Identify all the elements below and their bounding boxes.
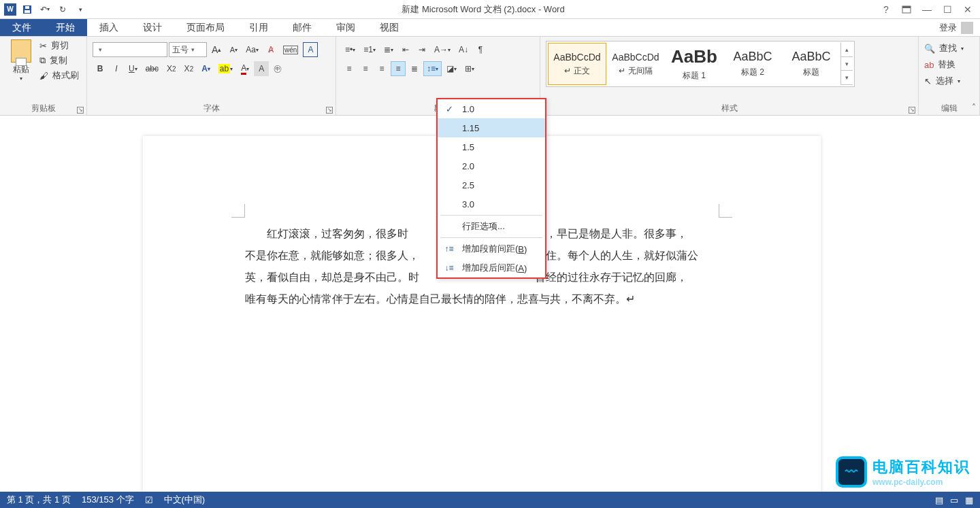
style-card[interactable]: AaBb标题 1 [665, 43, 723, 85]
redo-button[interactable]: ↻ [56, 3, 69, 16]
word-app-icon: W [4, 3, 16, 16]
tab-mailings[interactable]: 邮件 [280, 19, 324, 36]
line-spacing-option[interactable]: 2.0 [438, 156, 545, 175]
multilevel-list-button[interactable]: ≣▾ [380, 42, 397, 57]
highlight-button[interactable]: ab▾ [215, 61, 236, 76]
close-button[interactable]: ✕ [961, 3, 975, 16]
read-mode-view-button[interactable]: ▭ [950, 495, 958, 505]
sort-button[interactable]: A↓ [455, 42, 472, 57]
line-spacing-option[interactable]: 2.5 [438, 175, 545, 194]
change-case-button[interactable]: Aa▾ [242, 42, 262, 57]
collapse-ribbon-button[interactable]: ˄ [972, 103, 976, 112]
distributed-button[interactable]: ≣ [407, 61, 422, 76]
italic-button[interactable]: I [109, 61, 124, 76]
cut-button[interactable]: ✂剪切 [39, 39, 79, 52]
styles-down[interactable]: ▾ [841, 57, 853, 71]
phonetic-guide-button[interactable]: wén [280, 42, 301, 57]
status-bar: 第 1 页，共 1 页 153/153 个字 ☑ 中文(中国) ▤ ▭ ▦ [0, 492, 980, 508]
increase-indent-button[interactable]: ⇥ [414, 42, 429, 57]
clear-formatting-button[interactable]: A̷ [263, 42, 278, 57]
align-left-button[interactable]: ≡ [342, 61, 357, 76]
find-button[interactable]: 🔍查找▾ [924, 42, 964, 54]
font-color-button[interactable]: A▾ [238, 61, 252, 76]
proofing-icon[interactable]: ☑ [145, 495, 153, 505]
word-count[interactable]: 153/153 个字 [82, 494, 134, 506]
line-spacing-button[interactable]: ↕≡▾ [423, 61, 442, 76]
avatar-icon [961, 22, 973, 34]
tab-design[interactable]: 设计 [131, 19, 174, 36]
text-effects-button[interactable]: A▾ [198, 61, 214, 76]
style-card[interactable]: AaBbCcDd↵ 正文 [548, 43, 606, 85]
style-card[interactable]: AaBbC标题 [782, 43, 840, 85]
align-justify-button[interactable]: ≡ [391, 61, 406, 76]
ltr-button[interactable]: A→▾ [431, 42, 454, 57]
styles-launcher[interactable]: ↘ [909, 107, 915, 114]
subscript-button[interactable]: X2 [163, 61, 180, 76]
qat-customize-button[interactable]: ▾ [74, 3, 87, 16]
shading-button[interactable]: ◪▾ [443, 61, 460, 76]
select-button[interactable]: ↖选择▾ [924, 75, 964, 87]
add-space-after[interactable]: ↓≡增加段后间距(A) [438, 258, 545, 277]
style-card[interactable]: AaBbC标题 2 [723, 43, 782, 85]
copy-icon: ⧉ [39, 55, 46, 66]
sign-in[interactable]: 登录 [932, 19, 980, 36]
line-spacing-option[interactable]: 1.0 [438, 99, 545, 118]
clipboard-launcher[interactable]: ↘ [77, 107, 84, 114]
tab-review[interactable]: 审阅 [324, 19, 368, 36]
format-painter-button[interactable]: 🖌格式刷 [39, 69, 79, 82]
shrink-font-button[interactable]: A▾ [226, 42, 241, 57]
replace-button[interactable]: ab替换 [924, 58, 964, 71]
help-button[interactable]: ? [879, 3, 893, 16]
style-card[interactable]: AaBbCcDd↵ 无间隔 [606, 43, 665, 85]
tab-view[interactable]: 视图 [368, 19, 411, 36]
enclose-characters-button[interactable]: ㊥ [270, 61, 285, 76]
font-family-combo[interactable]: ▾ [93, 42, 167, 57]
bullets-button[interactable]: ≡•▾ [342, 42, 359, 57]
svg-rect-4 [902, 6, 911, 8]
minimize-button[interactable]: — [920, 3, 934, 16]
tab-layout[interactable]: 页面布局 [174, 19, 237, 36]
tab-home[interactable]: 开始 [44, 19, 87, 36]
show-marks-button[interactable]: ¶ [473, 42, 488, 57]
borders-button[interactable]: ⊞▾ [461, 61, 478, 76]
scissors-icon: ✂ [39, 41, 47, 51]
paste-button[interactable]: 粘贴 ▾ [5, 39, 37, 82]
align-center-button[interactable]: ≡ [358, 61, 373, 76]
save-button[interactable] [20, 3, 34, 16]
page-indicator[interactable]: 第 1 页，共 1 页 [7, 494, 71, 506]
character-shading-button[interactable]: A [254, 61, 269, 76]
language-indicator[interactable]: 中文(中国) [164, 494, 206, 506]
tab-references[interactable]: 引用 [237, 19, 280, 36]
maximize-button[interactable]: ☐ [941, 3, 954, 16]
decrease-indent-button[interactable]: ⇤ [398, 42, 413, 57]
line-spacing-option[interactable]: 1.5 [438, 137, 545, 156]
styles-gallery[interactable]: AaBbCcDd↵ 正文AaBbCcDd↵ 无间隔AaBb标题 1AaBbC标题… [546, 41, 855, 87]
bold-button[interactable]: B [93, 61, 108, 76]
styles-more[interactable]: ▾ [841, 71, 853, 85]
strikethrough-button[interactable]: abc [142, 61, 162, 76]
print-layout-view-button[interactable]: ▤ [935, 495, 943, 505]
group-editing: 🔍查找▾ ab替换 ↖选择▾ 编辑 [919, 37, 980, 115]
line-spacing-option[interactable]: 1.15 [438, 118, 545, 137]
superscript-button[interactable]: X2 [181, 61, 197, 76]
title-bar: W ↶▾ ↻ ▾ 新建 Microsoft Word 文档 (2).docx -… [0, 0, 980, 19]
font-launcher[interactable]: ↘ [326, 107, 333, 114]
undo-button[interactable]: ↶▾ [38, 3, 52, 16]
underline-button[interactable]: U▾ [125, 61, 141, 76]
tab-insert[interactable]: 插入 [87, 19, 131, 36]
styles-up[interactable]: ▴ [841, 43, 853, 57]
group-font: ▾ 五号▾ A▴ A▾ Aa▾ A̷ wén A B I U▾ abc X2 X… [87, 37, 336, 115]
brush-icon: 🖌 [39, 71, 48, 81]
numbering-button[interactable]: ≡1▾ [360, 42, 379, 57]
add-space-before[interactable]: ↑≡增加段前间距(B) [438, 239, 545, 258]
tab-file[interactable]: 文件 [0, 19, 44, 36]
grow-font-button[interactable]: A▴ [208, 42, 225, 57]
line-spacing-options[interactable]: 行距选项... [438, 217, 545, 236]
ribbon-display-button[interactable] [900, 3, 913, 16]
align-right-button[interactable]: ≡ [374, 61, 389, 76]
web-layout-view-button[interactable]: ▦ [965, 495, 973, 505]
character-border-button[interactable]: A [303, 42, 318, 57]
font-size-combo[interactable]: 五号▾ [169, 42, 207, 57]
line-spacing-option[interactable]: 3.0 [438, 194, 545, 214]
copy-button[interactable]: ⧉复制 [39, 54, 79, 67]
